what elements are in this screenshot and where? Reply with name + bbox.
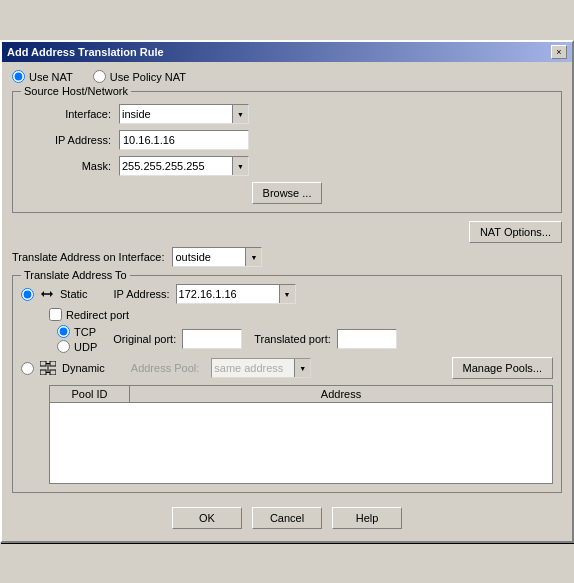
pool-address-header: Address	[130, 386, 552, 402]
tcp-radio[interactable]	[57, 325, 70, 338]
svg-marker-2	[41, 291, 44, 297]
udp-label: UDP	[74, 341, 97, 353]
nat-type-row: Use NAT Use Policy NAT	[12, 70, 562, 83]
title-bar: Add Address Translation Rule ×	[2, 42, 572, 62]
static-icon	[40, 287, 54, 301]
translated-port-label: Translated port:	[254, 333, 331, 345]
pool-id-header: Pool ID	[50, 386, 130, 402]
browse-row: Browse ...	[21, 182, 553, 204]
dynamic-icon	[40, 361, 56, 375]
static-label: Static	[60, 288, 88, 300]
use-policy-nat-radio[interactable]	[93, 70, 106, 83]
redirect-port-label: Redirect port	[66, 309, 129, 321]
translated-port-input[interactable]	[337, 329, 397, 349]
cancel-button[interactable]: Cancel	[252, 507, 322, 529]
use-nat-radio-label[interactable]: Use NAT	[12, 70, 73, 83]
mask-row: Mask: 255.255.255.255 255.255.255.0 255.…	[21, 156, 553, 176]
ok-button[interactable]: OK	[172, 507, 242, 529]
browse-button[interactable]: Browse ...	[252, 182, 323, 204]
original-port-input[interactable]	[182, 329, 242, 349]
close-button[interactable]: ×	[551, 45, 567, 59]
pool-table-header: Pool ID Address	[50, 386, 552, 403]
dynamic-row: Dynamic Address Pool: same address ▼ Man…	[21, 357, 553, 379]
ip-address-label: IP Address:	[21, 134, 111, 146]
static-ip-select[interactable]: 172.16.1.16	[176, 284, 296, 304]
mask-select-wrapper: 255.255.255.255 255.255.255.0 255.255.0.…	[119, 156, 249, 176]
redirect-port-row: Redirect port	[49, 308, 553, 321]
translate-address-group: Translate Address To Static IP Address: …	[12, 275, 562, 493]
udp-radio[interactable]	[57, 340, 70, 353]
content-area: Use NAT Use Policy NAT Source Host/Netwo…	[2, 62, 572, 541]
svg-rect-6	[50, 370, 56, 375]
address-pool-select[interactable]: same address	[211, 358, 311, 378]
interface-row: Interface: inside outside ▼	[21, 104, 553, 124]
nat-options-button[interactable]: NAT Options...	[469, 221, 562, 243]
original-port-label: Original port:	[113, 333, 176, 345]
port-row: TCP UDP Original port: Translated port:	[57, 325, 553, 353]
interface-label: Interface:	[21, 108, 111, 120]
window-title: Add Address Translation Rule	[7, 46, 164, 58]
translate-interface-row: Translate Address on Interface: outside …	[12, 247, 562, 267]
redirect-port-checkbox[interactable]	[49, 308, 62, 321]
translate-group-title: Translate Address To	[21, 269, 130, 281]
pool-table-body	[50, 403, 552, 483]
interface-select[interactable]: inside outside	[119, 104, 249, 124]
static-ip-select-wrapper: 172.16.1.16 ▼	[176, 284, 296, 304]
help-button[interactable]: Help	[332, 507, 402, 529]
translate-interface-label: Translate Address on Interface:	[12, 251, 164, 263]
ip-address-input[interactable]	[119, 130, 249, 150]
source-group-title: Source Host/Network	[21, 85, 131, 97]
svg-marker-1	[50, 291, 53, 297]
nat-options-row: NAT Options...	[12, 221, 562, 243]
address-pool-label: Address Pool:	[131, 362, 199, 374]
use-policy-nat-label: Use Policy NAT	[110, 71, 186, 83]
tcp-label: TCP	[74, 326, 96, 338]
main-window: Add Address Translation Rule × Use NAT U…	[0, 40, 574, 543]
tcp-radio-label[interactable]: TCP	[57, 325, 97, 338]
svg-rect-4	[50, 361, 56, 366]
pool-table: Pool ID Address	[49, 385, 553, 484]
use-nat-label: Use NAT	[29, 71, 73, 83]
source-group: Source Host/Network Interface: inside ou…	[12, 91, 562, 213]
static-radio[interactable]	[21, 288, 34, 301]
svg-rect-5	[40, 370, 46, 375]
title-bar-buttons: ×	[551, 45, 567, 59]
svg-rect-3	[40, 361, 46, 366]
mask-label: Mask:	[21, 160, 111, 172]
translate-interface-select-wrapper: outside inside ▼	[172, 247, 262, 267]
static-ip-label: IP Address:	[114, 288, 170, 300]
mask-select[interactable]: 255.255.255.255 255.255.255.0 255.255.0.…	[119, 156, 249, 176]
udp-radio-label[interactable]: UDP	[57, 340, 97, 353]
use-policy-nat-radio-label[interactable]: Use Policy NAT	[93, 70, 186, 83]
manage-pools-button[interactable]: Manage Pools...	[452, 357, 554, 379]
ip-address-row: IP Address:	[21, 130, 553, 150]
interface-select-wrapper: inside outside ▼	[119, 104, 249, 124]
use-nat-radio[interactable]	[12, 70, 25, 83]
static-row: Static IP Address: 172.16.1.16 ▼	[21, 284, 553, 304]
dynamic-radio[interactable]	[21, 362, 34, 375]
dynamic-label: Dynamic	[62, 362, 105, 374]
translate-interface-select[interactable]: outside inside	[172, 247, 262, 267]
address-pool-select-wrapper: same address ▼	[211, 358, 311, 378]
bottom-buttons: OK Cancel Help	[12, 501, 562, 533]
tcp-udp-col: TCP UDP	[57, 325, 97, 353]
